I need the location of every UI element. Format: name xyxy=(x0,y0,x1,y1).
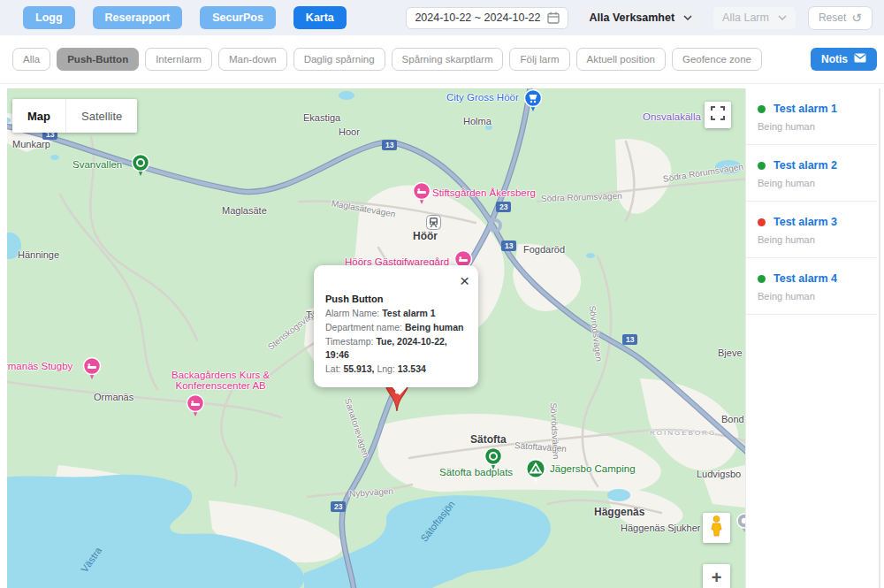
alarm-card-test-alarm-3[interactable]: Test alarm 3Being human xyxy=(746,202,877,258)
road-badge-13: 13 xyxy=(501,241,516,251)
notis-label: Notis xyxy=(821,53,848,65)
popup-field: Alarm Name: Test alarm 1 xyxy=(325,307,468,321)
business-filter-value: Alla Verksamhet xyxy=(590,11,675,24)
fullscreen-button[interactable] xyxy=(705,102,731,128)
alarm-name: Test alarm 2 xyxy=(774,159,837,172)
filter-pill-daglig-sp-rning[interactable]: Daglig spårning xyxy=(293,48,385,71)
popup-tail xyxy=(392,386,408,395)
map-label-holma: Holma xyxy=(463,116,492,126)
alarm-department: Being human xyxy=(758,178,868,188)
status-dot xyxy=(758,275,766,283)
popup-field: Lat: 55.913, Lng: 13.534 xyxy=(325,363,468,377)
close-icon[interactable]: × xyxy=(460,272,469,289)
nav-button-reserapport[interactable]: Reserapport xyxy=(93,6,183,29)
filter-pill-sp-rning-skarptlarm[interactable]: Spårning skarptlarm xyxy=(392,48,504,71)
filter-pill-aktuell-position[interactable]: Aktuell position xyxy=(576,48,666,71)
fullscreen-icon xyxy=(711,106,725,124)
alarm-name: Test alarm 1 xyxy=(774,103,837,115)
status-dot xyxy=(758,162,766,170)
map-label-ludvigsbo: Ludvigsbo xyxy=(697,469,741,479)
alarm-card-row: Test alarm 2 xyxy=(758,159,868,172)
chevron-down-icon xyxy=(683,15,692,20)
popup-field: Timestamp: Tue, 2024-10-22, 19:46 xyxy=(325,335,468,363)
plus-icon: + xyxy=(712,568,722,588)
main-nav: LoggReserapportSecurPosKarta xyxy=(23,6,347,29)
undo-icon: ↺ xyxy=(851,11,862,24)
nav-button-securpos[interactable]: SecurPos xyxy=(200,6,276,29)
alarm-name: Test alarm 4 xyxy=(774,272,837,285)
road-badge-13: 13 xyxy=(382,140,397,150)
alarm-card-test-alarm-4[interactable]: Test alarm 4Being human xyxy=(746,258,877,315)
notis-button[interactable]: Notis xyxy=(811,48,877,71)
alarm-filter-select[interactable]: Alla Larm xyxy=(713,7,796,29)
map-viewport[interactable]: MunkarpEkastigaHoorHolmaMaglasäteHänning… xyxy=(7,88,745,588)
pegman-icon xyxy=(710,515,723,540)
top-header: LoggReserapportSecurPosKarta 2024-10-22 … xyxy=(0,0,884,35)
road-badge-13: 13 xyxy=(622,334,637,345)
map-label-stiftsg-rden-kersberg: Stiftsgården Åkersberg xyxy=(432,187,536,198)
reset-label: Reset xyxy=(819,11,846,24)
lodging-marker[interactable] xyxy=(412,181,431,206)
satellite-view-button[interactable]: Satellite xyxy=(65,99,137,133)
park-marker[interactable] xyxy=(131,153,150,178)
alarm-name: Test alarm 3 xyxy=(774,216,837,228)
map-label-roingeborg: ROINGEBORG xyxy=(650,429,716,437)
map-label-bond: Bond xyxy=(721,414,744,424)
filter-pill-push-button[interactable]: Push-Button xyxy=(57,48,139,71)
lodging-marker[interactable] xyxy=(82,356,102,381)
map-label-h-nninge: Hänninge xyxy=(18,249,59,260)
chevron-down-icon xyxy=(778,15,787,20)
map-label-h-r: Höör xyxy=(413,230,438,242)
alarm-cards: Test alarm 1Being humanTest alarm 2Being… xyxy=(746,88,884,315)
map-label-t: T. xyxy=(306,309,314,320)
zoom-in-button[interactable]: + xyxy=(703,564,730,588)
map-label-maglas-te: Maglasäte xyxy=(222,205,267,216)
business-filter-select[interactable]: Alla Verksamhet xyxy=(581,7,702,29)
alarm-type-filterbar: AllaPush-ButtonInternlarmMan-downDaglig … xyxy=(0,35,884,84)
park-marker[interactable] xyxy=(484,447,503,471)
alarm-filter-value: Alla Larm xyxy=(722,11,769,24)
nav-button-logg[interactable]: Logg xyxy=(23,6,75,29)
alarm-card-test-alarm-2[interactable]: Test alarm 2Being human xyxy=(746,145,877,202)
alarm-department: Being human xyxy=(758,291,868,302)
map-label-orman-s-stugby: Ormanäs Stugby xyxy=(7,361,72,371)
sidebar-scrollbar[interactable] xyxy=(879,88,880,588)
status-dot xyxy=(758,105,766,113)
cart-marker[interactable] xyxy=(523,88,543,113)
filter-pill-man-down[interactable]: Man-down xyxy=(218,48,287,71)
map-view-button[interactable]: Map xyxy=(12,99,65,133)
alarm-department: Being human xyxy=(758,234,868,245)
karta-page: LoggReserapportSecurPosKarta 2024-10-22 … xyxy=(0,0,884,588)
date-range-picker[interactable]: 2024-10-22 ~ 2024-10-22 xyxy=(406,7,568,29)
filter-pill-geofence-zone[interactable]: Geofence zone xyxy=(672,48,762,71)
alarm-department: Being human xyxy=(758,121,868,132)
map-label-h-ggen-s: Häggenäs xyxy=(594,506,644,518)
map-label-bjeve: Bjeve xyxy=(718,347,743,358)
map-label-fogdar-d: Fogdaröd xyxy=(523,244,565,255)
map-label-svanvallen: Svanvallen xyxy=(72,159,122,170)
pegman-button[interactable] xyxy=(703,513,730,543)
alarm-info-popup: × Push Button Alarm Name: Test alarm 1De… xyxy=(314,265,478,387)
cut-marker[interactable] xyxy=(736,513,745,534)
popup-fields: Alarm Name: Test alarm 1Department name:… xyxy=(325,307,468,377)
map-label-munkarp: Munkarp xyxy=(12,139,50,149)
header-controls: 2024-10-22 ~ 2024-10-22 Alla Verksamhet … xyxy=(406,0,873,35)
map-label-orman-s: Ormanäs xyxy=(94,392,133,402)
reset-button[interactable]: Reset ↺ xyxy=(808,6,873,30)
map-label-s-tofta: Sätofta xyxy=(470,433,507,446)
filter-pill-alla[interactable]: Alla xyxy=(12,48,50,71)
nav-button-karta[interactable]: Karta xyxy=(293,6,347,29)
camping-marker[interactable] xyxy=(525,458,546,485)
alarm-card-test-alarm-1[interactable]: Test alarm 1Being human xyxy=(746,88,877,145)
map-type-toggle: Map Satellite xyxy=(12,99,137,133)
date-range-value: 2024-10-22 ~ 2024-10-22 xyxy=(415,11,540,24)
lodging-marker[interactable] xyxy=(186,393,205,418)
envelope-icon xyxy=(854,53,866,65)
station-marker[interactable] xyxy=(426,215,441,230)
calendar-icon xyxy=(547,11,560,24)
map-label-hoor: Hoor xyxy=(339,126,360,137)
status-dot xyxy=(758,218,766,226)
road-badge-23: 23 xyxy=(331,501,346,512)
filter-pill-f-lj-larm[interactable]: Följ larm xyxy=(509,48,569,71)
filter-pill-internlarm[interactable]: Internlarm xyxy=(145,48,212,71)
